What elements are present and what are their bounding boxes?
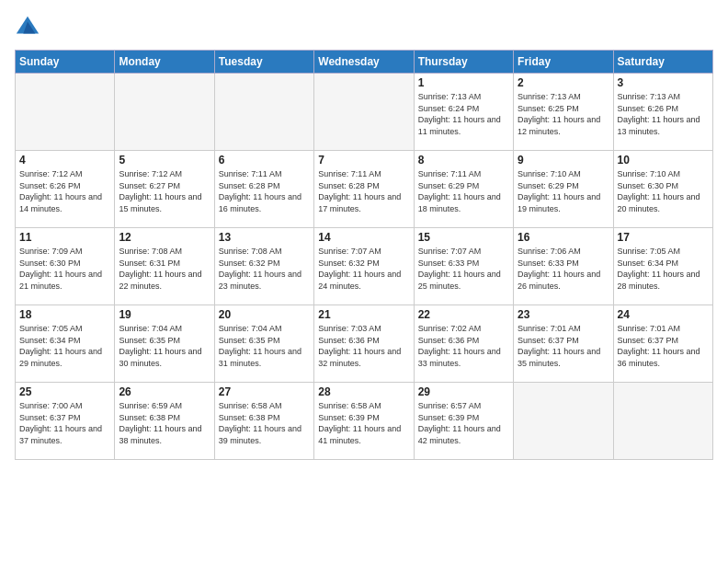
calendar-week-row: 25Sunrise: 7:00 AMSunset: 6:37 PMDayligh… — [16, 383, 713, 460]
day-of-week-header: Wednesday — [314, 51, 414, 74]
day-number: 12 — [119, 231, 210, 244]
day-info: Sunrise: 7:09 AMSunset: 6:30 PMDaylight:… — [19, 246, 110, 292]
day-info: Sunrise: 7:13 AMSunset: 6:24 PMDaylight:… — [418, 91, 509, 137]
day-info: Sunrise: 6:58 AMSunset: 6:38 PMDaylight:… — [219, 400, 310, 446]
day-number: 14 — [318, 231, 409, 244]
day-number: 24 — [618, 308, 709, 321]
day-info: Sunrise: 7:10 AMSunset: 6:29 PMDaylight:… — [518, 168, 609, 214]
day-info: Sunrise: 7:10 AMSunset: 6:30 PMDaylight:… — [618, 168, 709, 214]
day-info: Sunrise: 7:11 AMSunset: 6:29 PMDaylight:… — [418, 168, 509, 214]
day-info: Sunrise: 6:57 AMSunset: 6:39 PMDaylight:… — [418, 400, 509, 446]
calendar-cell — [314, 74, 414, 151]
day-number: 6 — [219, 154, 310, 167]
day-of-week-header: Friday — [514, 51, 613, 74]
day-info: Sunrise: 7:03 AMSunset: 6:36 PMDaylight:… — [318, 323, 409, 369]
day-info: Sunrise: 7:07 AMSunset: 6:33 PMDaylight:… — [418, 246, 509, 292]
calendar-cell: 28Sunrise: 6:58 AMSunset: 6:39 PMDayligh… — [314, 383, 414, 460]
day-info: Sunrise: 7:04 AMSunset: 6:35 PMDaylight:… — [219, 323, 310, 369]
day-number: 18 — [19, 308, 110, 321]
day-number: 19 — [119, 308, 210, 321]
day-number: 20 — [219, 308, 310, 321]
day-info: Sunrise: 6:58 AMSunset: 6:39 PMDaylight:… — [318, 400, 409, 446]
day-number: 16 — [518, 231, 609, 244]
calendar-cell: 18Sunrise: 7:05 AMSunset: 6:34 PMDayligh… — [16, 305, 115, 383]
day-number: 10 — [618, 154, 709, 167]
day-info: Sunrise: 7:04 AMSunset: 6:35 PMDaylight:… — [119, 323, 210, 369]
calendar-cell: 26Sunrise: 6:59 AMSunset: 6:38 PMDayligh… — [115, 383, 214, 460]
day-info: Sunrise: 7:01 AMSunset: 6:37 PMDaylight:… — [618, 323, 709, 369]
calendar-week-row: 18Sunrise: 7:05 AMSunset: 6:34 PMDayligh… — [16, 305, 713, 383]
day-info: Sunrise: 7:12 AMSunset: 6:26 PMDaylight:… — [19, 168, 110, 214]
calendar-week-row: 1Sunrise: 7:13 AMSunset: 6:24 PMDaylight… — [16, 74, 713, 151]
day-number: 28 — [318, 385, 409, 398]
day-info: Sunrise: 7:02 AMSunset: 6:36 PMDaylight:… — [418, 323, 509, 369]
calendar-cell: 20Sunrise: 7:04 AMSunset: 6:35 PMDayligh… — [214, 305, 313, 383]
calendar-week-row: 11Sunrise: 7:09 AMSunset: 6:30 PMDayligh… — [16, 228, 713, 305]
calendar-cell — [115, 74, 214, 151]
day-number: 2 — [518, 76, 609, 89]
calendar-header-row: SundayMondayTuesdayWednesdayThursdayFrid… — [16, 51, 713, 74]
calendar-cell: 3Sunrise: 7:13 AMSunset: 6:26 PMDaylight… — [613, 74, 712, 151]
calendar-cell: 16Sunrise: 7:06 AMSunset: 6:33 PMDayligh… — [514, 228, 613, 305]
calendar-table: SundayMondayTuesdayWednesdayThursdayFrid… — [15, 50, 713, 460]
calendar-cell: 21Sunrise: 7:03 AMSunset: 6:36 PMDayligh… — [314, 305, 414, 383]
calendar-cell: 12Sunrise: 7:08 AMSunset: 6:31 PMDayligh… — [115, 228, 214, 305]
calendar-cell: 4Sunrise: 7:12 AMSunset: 6:26 PMDaylight… — [16, 151, 115, 228]
header — [15, 15, 713, 40]
day-of-week-header: Sunday — [16, 51, 115, 74]
calendar-cell: 14Sunrise: 7:07 AMSunset: 6:32 PMDayligh… — [314, 228, 414, 305]
day-number: 21 — [318, 308, 409, 321]
day-info: Sunrise: 6:59 AMSunset: 6:38 PMDaylight:… — [119, 400, 210, 446]
calendar-cell — [613, 383, 712, 460]
calendar-cell: 2Sunrise: 7:13 AMSunset: 6:25 PMDaylight… — [514, 74, 613, 151]
day-info: Sunrise: 7:13 AMSunset: 6:26 PMDaylight:… — [618, 91, 709, 137]
day-info: Sunrise: 7:05 AMSunset: 6:34 PMDaylight:… — [618, 246, 709, 292]
day-number: 7 — [318, 154, 409, 167]
day-info: Sunrise: 7:07 AMSunset: 6:32 PMDaylight:… — [318, 246, 409, 292]
day-number: 15 — [418, 231, 509, 244]
day-number: 4 — [19, 154, 110, 167]
day-number: 25 — [19, 385, 110, 398]
day-info: Sunrise: 7:11 AMSunset: 6:28 PMDaylight:… — [219, 168, 310, 214]
day-number: 8 — [418, 154, 509, 167]
calendar-cell: 9Sunrise: 7:10 AMSunset: 6:29 PMDaylight… — [514, 151, 613, 228]
calendar-cell: 22Sunrise: 7:02 AMSunset: 6:36 PMDayligh… — [414, 305, 513, 383]
day-number: 29 — [418, 385, 509, 398]
logo — [15, 15, 44, 40]
day-info: Sunrise: 7:13 AMSunset: 6:25 PMDaylight:… — [518, 91, 609, 137]
day-info: Sunrise: 7:08 AMSunset: 6:32 PMDaylight:… — [219, 246, 310, 292]
calendar-cell: 11Sunrise: 7:09 AMSunset: 6:30 PMDayligh… — [16, 228, 115, 305]
calendar-cell: 19Sunrise: 7:04 AMSunset: 6:35 PMDayligh… — [115, 305, 214, 383]
day-number: 5 — [119, 154, 210, 167]
page: SundayMondayTuesdayWednesdayThursdayFrid… — [0, 0, 728, 563]
logo-icon — [15, 15, 40, 40]
calendar-cell: 15Sunrise: 7:07 AMSunset: 6:33 PMDayligh… — [414, 228, 513, 305]
calendar-cell: 6Sunrise: 7:11 AMSunset: 6:28 PMDaylight… — [214, 151, 313, 228]
day-number: 23 — [518, 308, 609, 321]
day-info: Sunrise: 7:08 AMSunset: 6:31 PMDaylight:… — [119, 246, 210, 292]
calendar-cell — [514, 383, 613, 460]
calendar-cell — [214, 74, 313, 151]
calendar-cell: 29Sunrise: 6:57 AMSunset: 6:39 PMDayligh… — [414, 383, 513, 460]
calendar-cell: 23Sunrise: 7:01 AMSunset: 6:37 PMDayligh… — [514, 305, 613, 383]
calendar-cell — [16, 74, 115, 151]
calendar-cell: 25Sunrise: 7:00 AMSunset: 6:37 PMDayligh… — [16, 383, 115, 460]
day-info: Sunrise: 7:01 AMSunset: 6:37 PMDaylight:… — [518, 323, 609, 369]
calendar-cell: 1Sunrise: 7:13 AMSunset: 6:24 PMDaylight… — [414, 74, 513, 151]
day-number: 17 — [618, 231, 709, 244]
day-info: Sunrise: 7:06 AMSunset: 6:33 PMDaylight:… — [518, 246, 609, 292]
calendar-cell: 24Sunrise: 7:01 AMSunset: 6:37 PMDayligh… — [613, 305, 712, 383]
day-number: 3 — [618, 76, 709, 89]
calendar-cell: 13Sunrise: 7:08 AMSunset: 6:32 PMDayligh… — [214, 228, 313, 305]
calendar-cell: 10Sunrise: 7:10 AMSunset: 6:30 PMDayligh… — [613, 151, 712, 228]
calendar-cell: 5Sunrise: 7:12 AMSunset: 6:27 PMDaylight… — [115, 151, 214, 228]
calendar-cell: 7Sunrise: 7:11 AMSunset: 6:28 PMDaylight… — [314, 151, 414, 228]
day-number: 22 — [418, 308, 509, 321]
day-number: 9 — [518, 154, 609, 167]
day-of-week-header: Tuesday — [214, 51, 313, 74]
day-of-week-header: Thursday — [414, 51, 513, 74]
calendar-cell: 27Sunrise: 6:58 AMSunset: 6:38 PMDayligh… — [214, 383, 313, 460]
day-info: Sunrise: 7:12 AMSunset: 6:27 PMDaylight:… — [119, 168, 210, 214]
calendar-week-row: 4Sunrise: 7:12 AMSunset: 6:26 PMDaylight… — [16, 151, 713, 228]
day-of-week-header: Monday — [115, 51, 214, 74]
